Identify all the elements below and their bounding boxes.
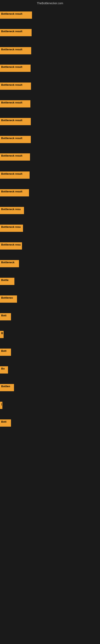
bottleneck-result-bar: Bottleneck result <box>0 82 31 90</box>
bottleneck-result-bar: Bott <box>0 348 11 356</box>
bottleneck-result-bar: Bottleneck result <box>0 29 32 36</box>
bottleneck-result-bar: Bottleneck result <box>0 189 29 196</box>
bottleneck-result-bar: Bo <box>0 366 8 374</box>
bottleneck-result-bar: | <box>0 402 2 409</box>
site-title: TheBottlenecker.com <box>0 0 100 6</box>
bottleneck-result-bar: Bottleneck <box>0 260 19 267</box>
bottleneck-result-bar: Bottleneck result <box>0 12 32 19</box>
bottleneck-result-bar: Bottleneck result <box>0 47 31 54</box>
bottleneck-result-bar: Bottleneck result <box>0 153 30 160</box>
bottleneck-result-bar: Bottlenec <box>0 296 17 303</box>
bottleneck-result-bar: B <box>0 331 3 338</box>
bottleneck-result-bar: Bott <box>0 313 11 320</box>
bottleneck-result-bar: Bottleneck result <box>0 172 30 179</box>
bottleneck-result-bar: Bottleneck resu <box>0 242 22 250</box>
bottleneck-result-bar: Bottleneck result <box>0 100 30 108</box>
bottleneck-result-bar: Bottleneck resu <box>0 224 23 232</box>
bottleneck-result-bar: Bottleneck result <box>0 64 31 72</box>
bottleneck-result-bar: Bott <box>0 420 11 427</box>
bottleneck-result-bar: Bottlen <box>0 384 14 391</box>
bottleneck-result-bar: Bottle <box>0 278 14 285</box>
bottleneck-result-bar: Bottleneck result <box>0 136 31 143</box>
bottleneck-result-bar: Bottleneck resu <box>0 207 24 214</box>
bottleneck-result-bar: Bottleneck result <box>0 118 31 125</box>
